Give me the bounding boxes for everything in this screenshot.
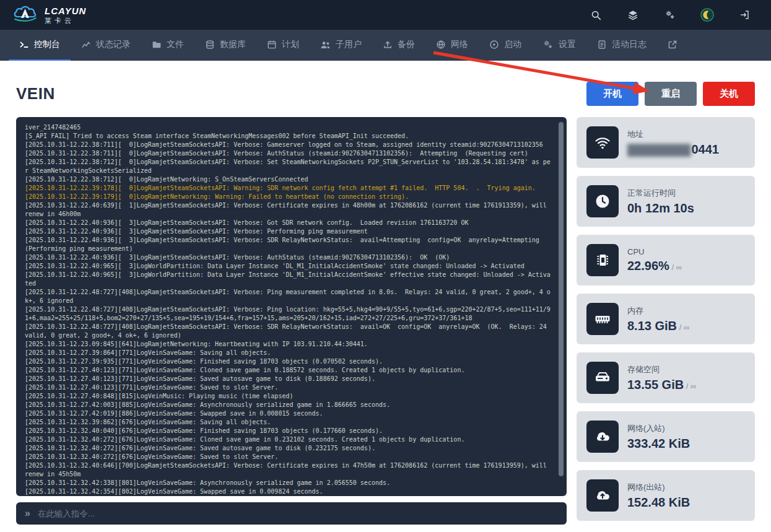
stat-card-network-in: 网络(入站)333.42 KiB bbox=[577, 411, 755, 462]
console-line: [2025.10.31-12.22.40:936][ 3]LogRamjetSt… bbox=[25, 227, 552, 236]
console-line: [2025.10.31-12.22.40:936][ 3]LogRamjetSt… bbox=[25, 219, 552, 227]
console-line: [2025.10.31-12.22.40:936][ 3]LogRamjetSt… bbox=[25, 253, 552, 262]
server-name: VEIN bbox=[16, 84, 55, 103]
console-line: [2025.10.31-12.22.48:727][408]LogRamjetS… bbox=[25, 323, 552, 340]
backup-icon bbox=[383, 40, 393, 50]
terminal-icon bbox=[19, 40, 29, 50]
stop-button[interactable]: 关机 bbox=[703, 82, 755, 106]
memory-icon bbox=[586, 303, 619, 335]
console-line: [2025.10.31-12.32.40:272][676]LogVeinSav… bbox=[25, 444, 552, 453]
tab-label: 备份 bbox=[398, 39, 415, 50]
command-bar: » bbox=[16, 502, 567, 525]
stat-value: 152.48 KiB bbox=[627, 495, 690, 510]
stat-card-uptime: 正常运行时间0h 12m 10s bbox=[577, 176, 755, 227]
tab-databases[interactable]: 数据库 bbox=[194, 30, 256, 61]
database-icon bbox=[205, 40, 215, 50]
stat-card-disk: 存储空间13.55 GiB / ∞ bbox=[577, 352, 755, 403]
stat-card-network-out: 网络(出站)152.48 KiB bbox=[577, 470, 755, 521]
console-line: [2025.10.31-12.22.38:712][ 0]LogRamjetSt… bbox=[25, 158, 552, 175]
console-line: [2025.10.31-12.23.09:845][641]LogRamjetN… bbox=[25, 340, 552, 349]
tab-label: 数据库 bbox=[220, 39, 246, 50]
console-line: [S_API FAIL] Tried to access Steam inter… bbox=[25, 132, 552, 141]
tab-label: 网络 bbox=[451, 39, 468, 50]
cloud-down-icon bbox=[586, 421, 619, 453]
main-navbar: 控制台状态记录文件数据库计划子用户备份网络启动设置活动日志 bbox=[0, 30, 771, 61]
search-icon[interactable] bbox=[589, 8, 603, 22]
globe-icon bbox=[436, 40, 446, 50]
clock-icon bbox=[586, 185, 619, 217]
console-scrollbar[interactable] bbox=[559, 122, 564, 491]
brand-logo[interactable]: LCAYUN 莱卡云 bbox=[11, 3, 86, 27]
wifi-icon bbox=[586, 126, 619, 159]
topbar: LCAYUN 莱卡云 bbox=[0, 0, 771, 30]
console-line: [2025.10.31-12.27.40:123][771]LogVeinSav… bbox=[25, 375, 552, 383]
folder-icon bbox=[152, 40, 162, 50]
cloud-logo-icon bbox=[11, 3, 40, 27]
logout-icon[interactable] bbox=[738, 8, 751, 22]
console-line-warning: [2025.10.31-12.22.39:179][ 0]LogRamjetNe… bbox=[25, 193, 552, 201]
stat-value: 22.96% / ∞ bbox=[627, 259, 682, 273]
tab-label: 计划 bbox=[282, 39, 299, 50]
user-avatar[interactable] bbox=[700, 8, 714, 22]
scrollbar-thumb[interactable] bbox=[559, 122, 564, 476]
layers-icon[interactable] bbox=[626, 8, 640, 22]
nav-tabs: 控制台状态记录文件数据库计划子用户备份网络启动设置活动日志 bbox=[9, 30, 688, 61]
tab-label: 活动日志 bbox=[612, 39, 647, 50]
stat-label: 地址 bbox=[627, 129, 719, 140]
command-input[interactable] bbox=[38, 509, 558, 518]
console-line: [2025.10.31-12.22.40:639][ 1]LogRamjetSt… bbox=[25, 201, 552, 219]
users-icon bbox=[320, 40, 331, 50]
tab-settings[interactable]: 设置 bbox=[532, 30, 586, 61]
console-line: [2025.10.31-12.22.38:711][ 0]LogRamjetSt… bbox=[25, 141, 552, 149]
console-line: [2025.10.31-12.27.39:864][771]LogVeinSav… bbox=[25, 349, 552, 357]
chart-icon bbox=[81, 40, 91, 50]
stat-value: 8.13 GiB / ∞ bbox=[627, 319, 689, 333]
stat-label: 内存 bbox=[627, 305, 689, 316]
tab-activity[interactable]: 活动日志 bbox=[586, 30, 657, 61]
tab-backups[interactable]: 备份 bbox=[372, 30, 425, 61]
tab-status[interactable]: 状态记录 bbox=[71, 30, 141, 61]
console-line: [2025.10.31-12.27.40:848][815]LogVeinMus… bbox=[25, 392, 552, 401]
topbar-icons bbox=[589, 8, 760, 22]
stat-label: 网络(出站) bbox=[627, 482, 690, 493]
start-button[interactable]: 开机 bbox=[586, 82, 638, 106]
play-icon bbox=[489, 40, 499, 50]
admin-settings-icon[interactable] bbox=[663, 8, 677, 22]
console-line: [2025.10.31-12.27.42:003][885]LogVeinSav… bbox=[25, 401, 552, 409]
cpu-icon bbox=[586, 244, 619, 276]
stat-value: ██████████0441 bbox=[627, 142, 719, 157]
page-head: VEIN 开机重启关机 bbox=[0, 61, 771, 117]
stats-sidebar: 地址██████████0441正常运行时间0h 12m 10sCPU22.96… bbox=[577, 117, 755, 525]
gears-icon bbox=[542, 39, 554, 50]
external-icon bbox=[668, 40, 677, 50]
console-line: [2025.10.31-12.32.40:646][700]LogRamjetS… bbox=[25, 461, 552, 479]
console-line: iver_2147482465 bbox=[25, 123, 552, 132]
console-line: [2025.10.31-12.22.38:712][ 0]LogRamjetNe… bbox=[25, 175, 552, 184]
tab-label: 状态记录 bbox=[96, 39, 131, 50]
console-line: [2025.10.31-12.22.40:936][ 3]LogRamjetSt… bbox=[25, 236, 552, 253]
restart-button[interactable]: 重启 bbox=[645, 82, 697, 106]
stat-card-memory: 内存8.13 GiB / ∞ bbox=[577, 294, 755, 344]
stat-value: 0h 12m 10s bbox=[627, 201, 694, 216]
console-line: [2025.10.31-12.22.48:727][408]LogRamjetS… bbox=[25, 305, 552, 323]
tab-label: 设置 bbox=[559, 39, 576, 50]
console-line-warning: [2025.10.31-12.22.39:178][ 0]LogRamjetSt… bbox=[25, 184, 552, 193]
tab-label: 控制台 bbox=[34, 39, 60, 50]
tab-network[interactable]: 网络 bbox=[425, 30, 479, 61]
tab-schedules[interactable]: 计划 bbox=[256, 30, 310, 61]
stat-label: 存储空间 bbox=[627, 364, 696, 375]
console-line: [2025.10.31-12.32.42:354][802]LogVeinSav… bbox=[25, 487, 552, 496]
tab-files[interactable]: 文件 bbox=[141, 30, 194, 61]
console-line: [2025.10.31-12.22.38:711][ 0]LogRamjetSt… bbox=[25, 149, 552, 158]
console-line: [2025.10.31-12.22.40:965][ 3]LogWorldPar… bbox=[25, 271, 552, 288]
command-prompt-icon: » bbox=[25, 508, 30, 519]
console-line: [2025.10.31-12.32.40:272][676]LogVeinSav… bbox=[25, 435, 552, 444]
stat-card-address: 地址██████████0441 bbox=[577, 117, 755, 168]
tab-subusers[interactable]: 子用户 bbox=[310, 30, 372, 61]
console-output[interactable]: iver_2147482465[S_API FAIL] Tried to acc… bbox=[16, 117, 567, 496]
brand-subtitle: 莱卡云 bbox=[45, 17, 86, 24]
redacted-text: ██████████ bbox=[627, 144, 689, 157]
tab-startup[interactable]: 启动 bbox=[479, 30, 532, 61]
tab-console[interactable]: 控制台 bbox=[9, 30, 71, 61]
tab-external[interactable] bbox=[657, 30, 688, 61]
